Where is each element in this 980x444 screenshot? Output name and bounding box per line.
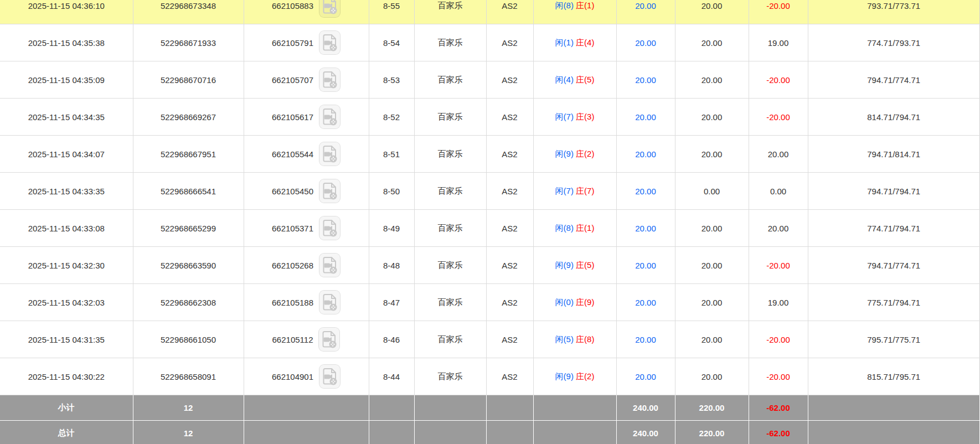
video-replay-button[interactable] — [319, 179, 341, 203]
summary-label: 小计 — [0, 395, 133, 421]
cell-bet-time: 2025-11-15 04:32:30 — [0, 247, 133, 284]
cell-bet-number: 522968667951 — [133, 136, 244, 173]
cell-table-round: 8-53 — [369, 61, 414, 99]
video-replay-button[interactable] — [319, 253, 341, 277]
cell-bet-number: 522968663590 — [133, 247, 244, 284]
summary-empty-result — [533, 421, 616, 444]
video-replay-button[interactable] — [319, 290, 341, 314]
cell-win-loss: -20.00 — [749, 321, 808, 358]
cell-game-type: 百家乐 — [414, 136, 486, 173]
cell-bet-amount[interactable]: 20.00 — [616, 99, 675, 136]
cell-valid-amount: 0.00 — [675, 173, 749, 210]
cell-result: 闲(8) 庄(1) — [533, 210, 616, 247]
cell-bet-time: 2025-11-15 04:35:09 — [0, 61, 133, 99]
cell-balance: 774.71/793.71 — [808, 24, 980, 61]
summary-empty-game — [414, 395, 486, 421]
bet-history-table: 2025-11-15 04:36:10 522968673348 6621058… — [0, 0, 980, 444]
cell-game-type: 百家乐 — [414, 321, 486, 358]
table-row[interactable]: 2025-11-15 04:30:22 522968658091 6621049… — [0, 358, 980, 395]
cell-bet-number: 522968658091 — [133, 358, 244, 395]
cell-bet-number: 522968670716 — [133, 61, 244, 99]
video-replay-button[interactable] — [319, 30, 341, 55]
cell-result: 闲(5) 庄(8) — [533, 321, 616, 358]
video-replay-button[interactable] — [319, 0, 341, 18]
table-row[interactable]: 2025-11-15 04:35:09 522968670716 6621057… — [0, 61, 980, 99]
cell-table-round: 8-55 — [369, 0, 414, 24]
video-replay-icon — [322, 256, 338, 275]
cell-bet-number: 522968661050 — [133, 321, 244, 358]
cell-bet-number: 522968673348 — [133, 0, 244, 24]
round-number-text: 662105268 — [272, 261, 313, 270]
cell-balance: 775.71/794.71 — [808, 284, 980, 321]
cell-bet-amount[interactable]: 20.00 — [616, 136, 675, 173]
cell-game-type: 百家乐 — [414, 358, 486, 395]
result-banker: 庄(2) — [576, 371, 594, 381]
cell-bet-amount[interactable]: 20.00 — [616, 247, 675, 284]
result-banker: 庄(9) — [576, 297, 594, 307]
cell-table-round: 8-54 — [369, 24, 414, 61]
cell-valid-amount: 20.00 — [675, 61, 749, 99]
summary-empty-balance — [808, 421, 980, 444]
summary-row: 总计 12 240.00 220.00 -62.00 — [0, 421, 980, 444]
table-row[interactable]: 2025-11-15 04:33:08 522968665299 6621053… — [0, 210, 980, 247]
table-row[interactable]: 2025-11-15 04:32:30 522968663590 6621052… — [0, 247, 980, 284]
table-row[interactable]: 2025-11-15 04:31:35 522968661050 6621051… — [0, 321, 980, 358]
table-body: 2025-11-15 04:36:10 522968673348 6621058… — [0, 0, 980, 444]
cell-bet-amount[interactable]: 20.00 — [616, 321, 675, 358]
round-number-text: 662105791 — [272, 38, 313, 48]
table-scroll-area[interactable]: 2025-11-15 04:36:10 522968673348 6621058… — [0, 0, 980, 444]
summary-win-loss: -62.00 — [749, 395, 808, 421]
round-number-text: 662105883 — [272, 1, 313, 11]
cell-bet-amount[interactable]: 20.00 — [616, 173, 675, 210]
cell-result: 闲(9) 庄(2) — [533, 136, 616, 173]
table-row[interactable]: 2025-11-15 04:34:35 522968669267 6621056… — [0, 99, 980, 136]
result-banker: 庄(5) — [576, 75, 594, 84]
cell-table-id: AS2 — [486, 247, 533, 284]
summary-empty-result — [533, 395, 616, 421]
cell-table-round: 8-49 — [369, 210, 414, 247]
result-player: 闲(9) — [555, 371, 574, 381]
video-replay-icon — [322, 182, 338, 200]
cell-bet-amount[interactable]: 20.00 — [616, 61, 675, 99]
cell-table-round: 8-47 — [369, 284, 414, 321]
cell-round-number: 662105883 — [244, 0, 369, 24]
cell-valid-amount: 20.00 — [675, 247, 749, 284]
cell-table-id: AS2 — [486, 99, 533, 136]
video-replay-button[interactable] — [319, 364, 341, 389]
cell-game-type: 百家乐 — [414, 99, 486, 136]
result-player: 闲(7) — [555, 112, 574, 121]
cell-valid-amount: 20.00 — [675, 321, 749, 358]
cell-win-loss: 20.00 — [749, 136, 808, 173]
cell-bet-amount[interactable]: 20.00 — [616, 284, 675, 321]
table-row[interactable]: 2025-11-15 04:34:07 522968667951 6621055… — [0, 136, 980, 173]
result-banker: 庄(2) — [576, 149, 594, 158]
cell-table-id: AS2 — [486, 210, 533, 247]
result-player: 闲(9) — [555, 149, 574, 158]
cell-bet-time: 2025-11-15 04:33:35 — [0, 173, 133, 210]
video-replay-button[interactable] — [319, 105, 341, 129]
cell-balance: 794.71/774.71 — [808, 247, 980, 284]
cell-balance: 794.71/814.71 — [808, 136, 980, 173]
cell-round-number: 662105544 — [244, 136, 369, 173]
cell-bet-amount[interactable]: 20.00 — [616, 24, 675, 61]
video-replay-button[interactable] — [318, 327, 340, 352]
table-row[interactable]: 2025-11-15 04:33:35 522968666541 6621054… — [0, 173, 980, 210]
table-row[interactable]: 2025-11-15 04:35:38 522968671933 6621057… — [0, 24, 980, 61]
cell-table-id: AS2 — [486, 284, 533, 321]
video-replay-icon — [322, 70, 338, 89]
table-row[interactable]: 2025-11-15 04:32:03 522968662308 6621051… — [0, 284, 980, 321]
summary-label: 总计 — [0, 421, 133, 444]
cell-result: 闲(8) 庄(1) — [533, 0, 616, 24]
round-number-text: 662105544 — [272, 149, 313, 159]
cell-valid-amount: 20.00 — [675, 210, 749, 247]
cell-bet-time: 2025-11-15 04:31:35 — [0, 321, 133, 358]
video-replay-button[interactable] — [319, 142, 341, 166]
cell-bet-amount[interactable]: 20.00 — [616, 0, 675, 24]
cell-bet-amount[interactable]: 20.00 — [616, 358, 675, 395]
table-row[interactable]: 2025-11-15 04:36:10 522968673348 6621058… — [0, 0, 980, 24]
cell-balance: 795.71/775.71 — [808, 321, 980, 358]
result-player: 闲(1) — [555, 38, 574, 47]
video-replay-button[interactable] — [319, 216, 341, 240]
video-replay-button[interactable] — [319, 68, 341, 92]
cell-bet-amount[interactable]: 20.00 — [616, 210, 675, 247]
